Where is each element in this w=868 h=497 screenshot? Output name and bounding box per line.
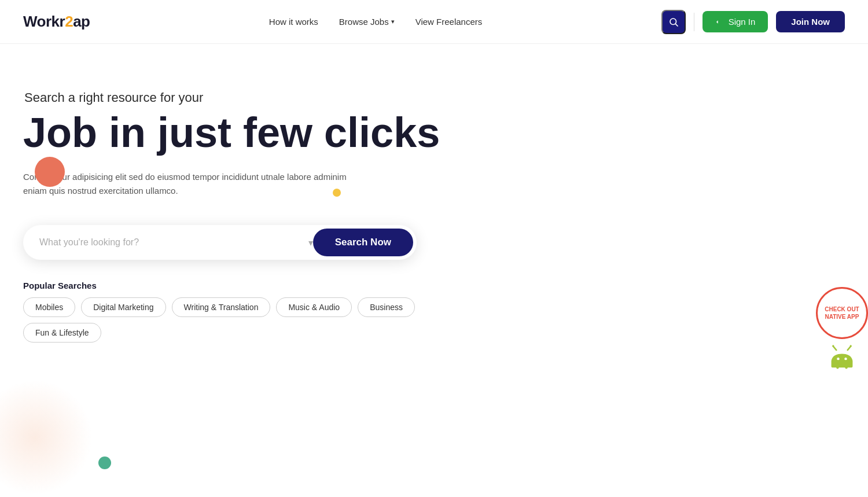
svg-line-6 [833,347,836,351]
svg-point-9 [850,345,852,347]
hero-subtitle: Search a right resource for your [24,90,845,105]
popular-tag-pill[interactable]: Digital Marketing [81,297,165,317]
signin-button[interactable]: Sign In [703,11,768,32]
search-placeholder[interactable]: What you're looking for? [39,237,303,248]
hero-section: CHECK OUTNATIVE APP Search a right resou… [0,44,868,495]
popular-tag-pill[interactable]: Writing & Translation [172,297,271,317]
nav-divider [694,13,694,31]
popular-tags: MobilesDigital MarketingWriting & Transl… [23,297,486,343]
svg-rect-3 [845,364,847,369]
hero-title: Job in just few clicks [23,111,845,155]
nav-links: How it works Browse Jobs ▾ View Freelanc… [269,17,483,27]
svg-line-7 [848,347,851,351]
popular-searches: Popular Searches MobilesDigital Marketin… [23,281,486,343]
popular-tag-pill[interactable]: Music & Audio [276,297,352,317]
deco-yellow-circle [333,189,341,197]
nav-view-freelancers[interactable]: View Freelancers [415,17,483,27]
popular-label: Popular Searches [23,281,97,290]
joinnow-button[interactable]: Join Now [776,11,845,32]
popular-tag-pill[interactable]: Business [358,297,415,317]
popular-tag-pill[interactable]: Fun & Lifestyle [23,323,101,343]
search-icon-button[interactable] [661,10,686,34]
deco-blob-left [0,380,93,495]
search-now-button[interactable]: Search Now [313,229,413,256]
popular-tag-pill[interactable]: Mobiles [23,297,75,317]
logo[interactable]: Workr2ap [23,13,90,31]
nav-actions: Sign In Join Now [661,10,845,34]
deco-green-circle [98,456,111,469]
svg-rect-2 [836,364,838,369]
navbar: Workr2ap How it works Browse Jobs ▾ View… [0,0,868,44]
search-bar: What you're looking for? ▾ Search Now [23,225,417,260]
search-icon [668,17,679,27]
svg-line-1 [675,24,678,26]
nav-browse-jobs[interactable]: Browse Jobs ▾ [339,17,395,27]
logo-highlight: 2 [65,13,73,30]
svg-point-8 [832,345,834,347]
svg-point-0 [670,19,676,25]
logo-text-end: ap [73,13,90,30]
logo-text-start: Workr [23,13,65,30]
native-app-bubble: CHECK OUTNATIVE APP [816,287,868,339]
hero-description: Consectetur adipisicing elit sed do eius… [23,170,347,199]
svg-point-4 [837,358,839,360]
nav-how-it-works[interactable]: How it works [269,17,318,27]
deco-salmon-circle [35,157,65,187]
signin-icon [715,17,724,27]
android-icon [827,343,857,375]
chevron-down-icon: ▾ [391,18,395,25]
search-input-area: What you're looking for? ▾ [39,237,313,248]
svg-point-5 [844,358,847,360]
dropdown-chevron-icon[interactable]: ▾ [308,237,313,248]
native-app-badge[interactable]: CHECK OUTNATIVE APP [816,287,868,375]
